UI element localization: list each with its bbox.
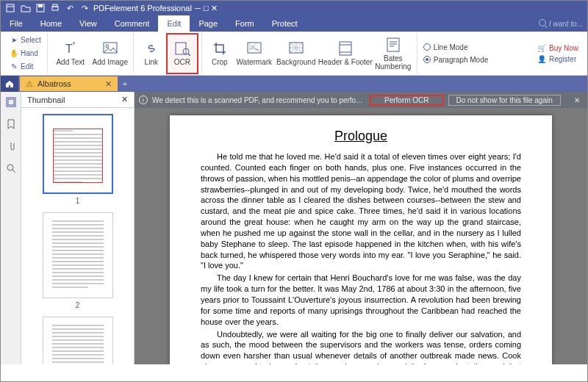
svg-rect-0 — [7, 4, 14, 12]
svg-rect-3 — [38, 4, 43, 7]
user-icon: 👤 — [537, 55, 546, 63]
thumbnails-panel-icon[interactable] — [5, 96, 17, 108]
attachments-icon[interactable] — [5, 140, 17, 152]
bookmarks-icon[interactable] — [5, 118, 17, 130]
add-image-button[interactable]: Add Image — [90, 33, 130, 74]
menu-view[interactable]: View — [71, 15, 106, 32]
thumbnail-panel-title: Thumbnail — [27, 96, 65, 104]
new-tab-button[interactable]: + — [118, 79, 132, 88]
menu-page[interactable]: Page — [190, 15, 226, 32]
watermark-icon — [246, 40, 262, 57]
header-footer-button[interactable]: Header & Footer — [318, 33, 373, 74]
edit-icon: ✎ — [10, 62, 18, 71]
add-text-button[interactable]: T+Add Text — [51, 33, 90, 74]
document-page: Prologue He told me that he loved me. He… — [170, 115, 552, 364]
dismiss-notice-button[interactable]: Do not show for this file again — [448, 95, 561, 106]
save-icon[interactable] — [35, 2, 46, 14]
ocr-icon — [174, 40, 190, 57]
search-icon — [539, 19, 546, 26]
thumb-label-1: 1 — [76, 197, 80, 205]
svg-point-24 — [7, 165, 13, 170]
minimize-button[interactable]: ─ — [195, 4, 201, 12]
print-icon[interactable] — [49, 2, 61, 14]
menu-home[interactable]: Home — [32, 15, 71, 32]
menu-file[interactable]: File — [1, 15, 32, 32]
edit-tool[interactable]: ✎Edit — [10, 61, 41, 73]
paragraph: He told me that he loved me. He'd said i… — [201, 151, 521, 271]
quick-access-toolbar: ↶ ↷ PDFelement 6 Professional ─ □ ✕ — [1, 1, 587, 15]
buy-now-link[interactable]: 🛒Buy Now — [537, 44, 578, 52]
svg-rect-5 — [53, 4, 57, 7]
close-button[interactable]: ✕ — [211, 4, 218, 13]
app-title: PDFelement 6 Professional — [93, 4, 192, 12]
search-panel-icon[interactable] — [5, 162, 17, 174]
hand-tool[interactable]: ✋Hand — [10, 48, 41, 60]
svg-rect-23 — [8, 99, 14, 105]
menu-protect[interactable]: Protect — [263, 15, 306, 32]
ocr-button[interactable]: OCR — [166, 33, 198, 74]
redo-icon[interactable]: ↷ — [79, 2, 90, 14]
paragraph-mode-radio[interactable]: Paragraph Mode — [423, 56, 489, 64]
page-thumbnail-1[interactable] — [43, 114, 113, 194]
document-tab[interactable]: ⚠Albatross✕ — [20, 76, 118, 91]
menu-comment[interactable]: Comment — [106, 15, 159, 32]
line-mode-radio[interactable]: Line Mode — [423, 43, 489, 51]
page-thumbnail-2[interactable] — [43, 212, 113, 298]
svg-text:+: + — [72, 41, 76, 47]
app-menu-icon[interactable] — [5, 2, 17, 14]
background-icon — [288, 40, 304, 57]
svg-line-25 — [12, 170, 15, 173]
crop-icon — [212, 40, 228, 57]
close-notice-icon[interactable]: ✕ — [571, 96, 583, 104]
info-icon: i — [139, 96, 148, 104]
help-search[interactable]: I want to... — [539, 19, 587, 28]
cart-icon: 🛒 — [537, 44, 546, 52]
crop-button[interactable]: Crop — [205, 33, 234, 74]
close-panel-icon[interactable]: ✕ — [121, 95, 128, 104]
menu-edit[interactable]: Edit — [158, 15, 190, 32]
svg-line-12 — [188, 54, 190, 56]
svg-point-9 — [106, 45, 109, 48]
maximize-button[interactable]: □ — [204, 4, 209, 12]
bates-icon — [385, 37, 401, 53]
paragraph: The day I knew for certain that Henri Bo… — [201, 273, 521, 327]
home-tab[interactable] — [1, 76, 18, 92]
svg-rect-4 — [52, 7, 58, 10]
thumbnail-panel: Thumbnail ✕ 1 2 3 — [21, 92, 135, 364]
paragraph: Undoubtedly, we were all waiting for the… — [201, 329, 521, 365]
svg-rect-15 — [340, 42, 351, 55]
notice-message: We detect this is a scanned PDF, and rec… — [152, 96, 365, 104]
open-icon[interactable] — [20, 2, 32, 14]
warning-icon: ⚠ — [26, 79, 33, 89]
document-tab-bar: ⚠Albatross✕ + — [1, 76, 587, 92]
cursor-icon: ➤ — [10, 36, 18, 45]
page-heading: Prologue — [201, 129, 521, 144]
menu-bar: File Home View Comment Edit Page Form Pr… — [1, 15, 587, 32]
page-thumbnail-3[interactable] — [43, 317, 113, 364]
background-button[interactable]: Background — [274, 33, 318, 74]
ribbon: ➤Select ✋Hand ✎Edit T+Add Text Add Image… — [1, 32, 587, 76]
watermark-button[interactable]: Watermark — [234, 33, 274, 74]
select-tool[interactable]: ➤Select — [10, 35, 41, 46]
thumb-label-2: 2 — [76, 301, 80, 309]
perform-ocr-button[interactable]: Perform OCR — [370, 95, 444, 106]
close-tab-icon[interactable]: ✕ — [105, 79, 112, 89]
header-footer-icon — [337, 40, 354, 57]
left-sidebar — [1, 92, 21, 364]
bates-button[interactable]: Bates Numbering — [373, 33, 414, 74]
svg-rect-10 — [176, 43, 186, 54]
menu-form[interactable]: Form — [226, 15, 263, 32]
link-button[interactable]: Link — [137, 33, 166, 74]
hand-icon: ✋ — [10, 49, 18, 58]
ocr-notice-bar: i We detect this is a scanned PDF, and r… — [135, 92, 587, 108]
text-icon: T+ — [62, 40, 79, 57]
image-icon — [102, 40, 118, 57]
undo-icon[interactable]: ↶ — [64, 2, 76, 14]
register-link[interactable]: 👤Register — [537, 55, 578, 63]
svg-rect-18 — [387, 38, 399, 51]
link-icon — [143, 40, 159, 57]
